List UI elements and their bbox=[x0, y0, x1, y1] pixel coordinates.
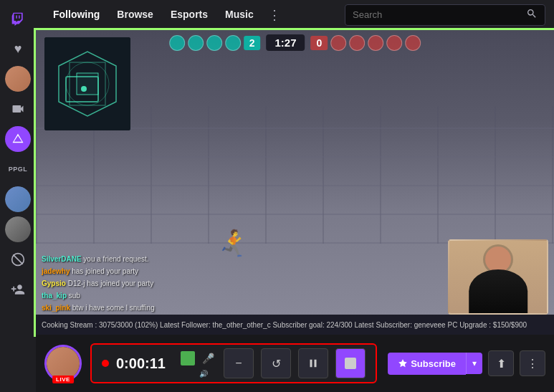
rec-top-row: 🎤 bbox=[181, 350, 216, 367]
heart-icon: ♥ bbox=[14, 42, 22, 57]
team-left-score: 2 bbox=[244, 36, 261, 50]
rec-green-indicator[interactable] bbox=[181, 351, 195, 365]
subscribe-button-group: Subscribe ▾ bbox=[388, 353, 482, 375]
chat-text-4: sub bbox=[69, 292, 80, 300]
share-icon: ⬆ bbox=[497, 357, 506, 371]
agent-1 bbox=[169, 35, 185, 51]
recording-controls-box: 0:00:11 🎤 🔊 − ↺ bbox=[90, 343, 377, 383]
pause-icon bbox=[307, 357, 320, 370]
share-button[interactable]: ⬆ bbox=[488, 350, 514, 376]
team-right: 0 bbox=[311, 35, 421, 51]
webcam-overlay bbox=[448, 239, 548, 315]
team-right-score: 0 bbox=[311, 36, 328, 50]
info-bar-text: Cooking Stream : 3075/3000 (102%) Latest… bbox=[42, 321, 527, 329]
rec-mic-button[interactable]: 🎤 bbox=[199, 350, 216, 367]
agent-8 bbox=[386, 35, 402, 51]
sidebar-avatar-2[interactable] bbox=[5, 186, 31, 212]
avatar-image-2 bbox=[5, 186, 31, 212]
chat-text-5: btw i have some l snuffing bbox=[72, 304, 155, 312]
search-input[interactable] bbox=[353, 9, 520, 20]
live-badge: LIVE bbox=[52, 376, 74, 383]
chat-username-3: Gypsio bbox=[42, 279, 66, 287]
ppgl-label: PPGL bbox=[9, 166, 28, 173]
chat-line-2: jadewhy has joined your party bbox=[42, 266, 156, 277]
more-icon: ⋮ bbox=[527, 357, 538, 371]
recording-dot bbox=[102, 360, 109, 367]
video-icon bbox=[11, 102, 25, 116]
player-silhouette: 🏃 bbox=[217, 229, 249, 259]
svg-line-1 bbox=[13, 254, 22, 264]
sidebar-item-video[interactable] bbox=[5, 96, 31, 122]
twitch-logo-icon[interactable] bbox=[5, 6, 31, 32]
webcam-person-body bbox=[469, 269, 527, 313]
minus-button[interactable]: − bbox=[224, 348, 254, 378]
minus-icon: − bbox=[235, 357, 242, 370]
chat-username-4: tha_kip bbox=[42, 292, 67, 300]
nav-item-browse[interactable]: Browse bbox=[108, 0, 162, 30]
avatar-image-1 bbox=[5, 66, 31, 92]
sub-star-icon bbox=[398, 358, 408, 368]
chat-text-1: you a friend request. bbox=[83, 255, 148, 263]
agent-5 bbox=[330, 35, 346, 51]
refresh-icon: ↺ bbox=[272, 357, 281, 371]
nav-more-icon[interactable]: ⋮ bbox=[262, 7, 287, 23]
add-user-icon bbox=[11, 282, 25, 297]
main-content: Following Browse Esports Music ⋮ bbox=[36, 0, 554, 392]
subscribe-dropdown-icon: ▾ bbox=[472, 358, 477, 368]
chat-username-2: jadewhy bbox=[42, 267, 70, 275]
live-avatar-wrap: LIVE bbox=[44, 345, 82, 382]
search-icon[interactable] bbox=[526, 8, 538, 22]
sidebar-item-valorant[interactable] bbox=[5, 126, 31, 152]
subscribe-dropdown-button[interactable]: ▾ bbox=[466, 353, 482, 374]
recording-timer: 0:00:11 bbox=[116, 355, 173, 372]
stop-button[interactable] bbox=[335, 348, 366, 378]
sidebar-item-following[interactable]: ♥ bbox=[5, 36, 31, 62]
agent-9 bbox=[405, 35, 421, 51]
agent-4 bbox=[225, 35, 241, 51]
pause-button[interactable] bbox=[298, 348, 328, 378]
bottom-controls: LIVE 0:00:11 🎤 🔊 − ↺ bbox=[36, 335, 554, 392]
sidebar-item-add-user[interactable] bbox=[5, 277, 31, 302]
webcam-background bbox=[449, 241, 547, 313]
subscribe-area: Subscribe ▾ ⬆ ⋮ bbox=[388, 350, 545, 376]
agent-7 bbox=[368, 35, 383, 51]
rec-vol-row: 🔊 bbox=[181, 370, 216, 378]
sidebar-avatar-1[interactable] bbox=[5, 66, 31, 92]
nav-item-following[interactable]: Following bbox=[44, 0, 108, 30]
blocked-icon bbox=[11, 252, 25, 267]
team-left: 2 bbox=[169, 35, 261, 51]
sidebar-item-ppgl[interactable]: PPGL bbox=[5, 156, 31, 182]
match-timer: 1:27 bbox=[266, 34, 305, 51]
rec-audio-controls: 🎤 🔊 bbox=[181, 350, 216, 378]
agent-6 bbox=[349, 35, 365, 51]
minimap-map bbox=[44, 37, 130, 130]
chat-line-3: Gypsio D12-j has joined your party bbox=[42, 278, 156, 289]
chat-username-5: ski_pink bbox=[42, 304, 70, 312]
agent-3 bbox=[206, 35, 222, 51]
chat-username-1: SilverDANE bbox=[42, 255, 82, 263]
more-options-button[interactable]: ⋮ bbox=[520, 350, 545, 376]
info-bar: Cooking Stream : 3075/3000 (102%) Latest… bbox=[36, 315, 554, 335]
valorant-icon bbox=[11, 133, 24, 145]
chat-overlay: SilverDANE you a friend request. jadewhy… bbox=[42, 254, 156, 315]
nav-item-music[interactable]: Music bbox=[216, 0, 262, 30]
subscribe-label: Subscribe bbox=[411, 358, 456, 369]
minimap-svg bbox=[44, 37, 130, 130]
chat-line-5: ski_pink btw i have some l snuffing bbox=[42, 302, 156, 313]
chat-text-3: D12-j has joined your party bbox=[68, 279, 154, 287]
sidebar-item-blocked[interactable] bbox=[5, 247, 31, 272]
hud-top: 2 1:27 0 bbox=[169, 34, 421, 51]
avatar-image-3 bbox=[5, 216, 31, 242]
search-bar bbox=[345, 4, 545, 26]
volume-icon: 🔊 bbox=[199, 370, 208, 378]
nav-item-esports[interactable]: Esports bbox=[162, 0, 216, 30]
topnav: Following Browse Esports Music ⋮ bbox=[36, 0, 554, 30]
refresh-button[interactable]: ↺ bbox=[261, 348, 291, 378]
sidebar-avatar-3[interactable] bbox=[5, 216, 31, 242]
minimap: B Short bbox=[44, 37, 130, 130]
subscribe-button[interactable]: Subscribe bbox=[388, 353, 466, 375]
webcam-person-head bbox=[485, 247, 511, 272]
video-container: 2 1:27 0 B Short bbox=[36, 30, 554, 335]
stop-icon bbox=[345, 358, 356, 369]
chat-line-1: SilverDANE you a friend request. bbox=[42, 254, 156, 264]
